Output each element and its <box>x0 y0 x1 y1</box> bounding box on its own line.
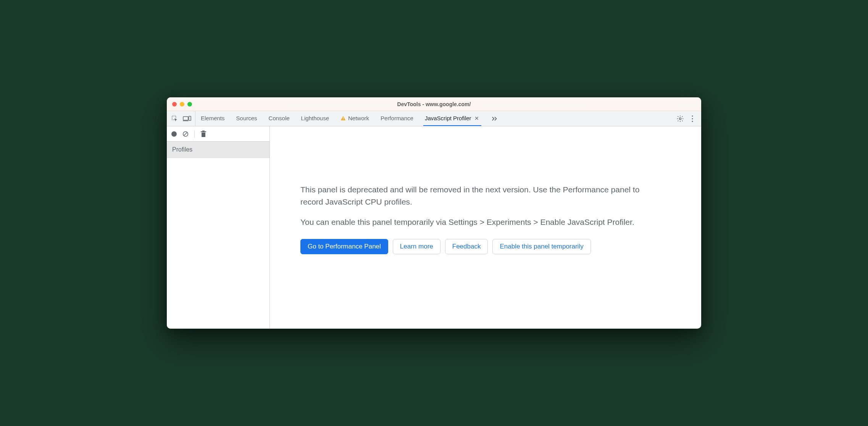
tab-label: Console <box>269 115 290 121</box>
svg-point-8 <box>692 118 693 119</box>
sidebar: Profiles <box>167 126 270 329</box>
sidebar-item-profiles[interactable]: Profiles <box>167 142 269 158</box>
deprecation-text-1: This panel is deprecated and will be rem… <box>300 184 652 208</box>
titlebar: DevTools - www.google.com/ <box>167 97 701 111</box>
tabbar-right-tools <box>666 111 699 126</box>
clear-button[interactable] <box>181 130 190 138</box>
main-panel: This panel is deprecated and will be rem… <box>270 126 701 329</box>
tab-lighthouse[interactable]: Lighthouse <box>300 111 331 126</box>
tab-elements[interactable]: Elements <box>199 111 226 126</box>
traffic-lights <box>167 102 192 106</box>
more-tabs-icon[interactable] <box>490 111 500 126</box>
tab-label: JavaScript Profiler <box>425 115 471 121</box>
svg-rect-14 <box>202 131 205 131</box>
svg-rect-1 <box>183 116 188 120</box>
tab-label: Lighthouse <box>301 115 329 121</box>
record-icon <box>171 131 177 137</box>
window-title: DevTools - www.google.com/ <box>167 101 701 107</box>
svg-rect-3 <box>189 116 191 120</box>
tab-label: Network <box>348 115 369 121</box>
tab-label: Sources <box>236 115 257 121</box>
content: Profiles This panel is deprecated and wi… <box>167 126 701 329</box>
tab-performance[interactable]: Performance <box>379 111 415 126</box>
svg-point-6 <box>679 118 681 119</box>
tabs: Elements Sources Console Lighthouse <box>199 111 500 126</box>
tab-javascript-profiler[interactable]: JavaScript Profiler ✕ <box>423 111 481 126</box>
tab-label: Performance <box>381 115 413 121</box>
device-toolbar-icon[interactable] <box>183 115 191 123</box>
deprecation-text-2: You can enable this panel temporarily vi… <box>300 216 652 228</box>
inspect-element-icon[interactable] <box>171 115 179 123</box>
tab-label: Elements <box>201 115 225 121</box>
svg-rect-12 <box>202 132 205 137</box>
tab-sources[interactable]: Sources <box>235 111 259 126</box>
go-to-performance-button[interactable]: Go to Performance Panel <box>300 239 388 254</box>
tabbar-left-tools <box>169 111 195 126</box>
tabbar: Elements Sources Console Lighthouse <box>167 111 701 126</box>
sidebar-toolbar <box>167 126 269 142</box>
close-tab-icon[interactable]: ✕ <box>474 115 480 121</box>
delete-button[interactable] <box>199 130 208 138</box>
gear-icon[interactable] <box>676 115 684 123</box>
enable-temporarily-button[interactable]: Enable this panel temporarily <box>492 239 590 254</box>
deprecation-notice: This panel is deprecated and will be rem… <box>300 184 652 254</box>
record-button[interactable] <box>170 130 178 138</box>
close-window-button[interactable] <box>172 102 177 106</box>
divider <box>194 130 195 138</box>
devtools-window: DevTools - www.google.com/ Elements <box>167 97 701 329</box>
feedback-button[interactable]: Feedback <box>445 239 488 254</box>
svg-rect-5 <box>343 119 343 119</box>
svg-point-9 <box>692 121 693 122</box>
tab-network[interactable]: Network <box>339 111 371 126</box>
sidebar-item-label: Profiles <box>172 146 192 153</box>
maximize-window-button[interactable] <box>187 102 192 106</box>
svg-line-11 <box>184 132 187 136</box>
kebab-menu-icon[interactable] <box>688 115 697 123</box>
warning-icon <box>340 116 346 121</box>
svg-rect-4 <box>343 117 343 119</box>
learn-more-button[interactable]: Learn more <box>393 239 440 254</box>
minimize-window-button[interactable] <box>180 102 184 106</box>
svg-rect-13 <box>201 131 206 132</box>
button-row: Go to Performance Panel Learn more Feedb… <box>300 239 652 254</box>
svg-point-7 <box>692 115 693 116</box>
tab-console[interactable]: Console <box>267 111 291 126</box>
